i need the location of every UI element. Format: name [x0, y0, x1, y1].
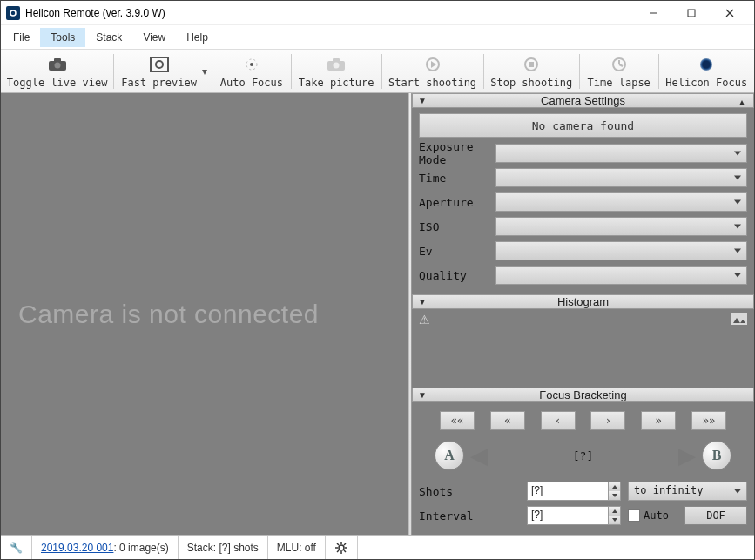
interval-label: Interval: [419, 509, 527, 523]
svg-rect-8: [151, 57, 168, 71]
histogram-header[interactable]: ▼ Histogram: [412, 294, 754, 309]
collapse-icon: ▼: [418, 96, 427, 105]
separator: [381, 54, 382, 89]
tools-status-icon[interactable]: 🔧: [1, 536, 32, 560]
separator: [579, 54, 580, 89]
auto-checkbox[interactable]: [628, 509, 640, 522]
collapse-icon: ▼: [418, 390, 427, 400]
shots-up[interactable]: [608, 482, 620, 491]
nav-far-left-button[interactable]: ««: [440, 411, 475, 430]
svg-point-10: [250, 63, 253, 66]
nav-far-right-button[interactable]: »»: [691, 411, 726, 430]
svg-point-9: [156, 61, 163, 68]
collapse-icon: ▼: [418, 297, 427, 307]
ev-label: Ev: [419, 245, 495, 258]
image-icon[interactable]: [731, 313, 747, 325]
start-shooting-label: Start shooting: [388, 77, 476, 89]
ev-combo[interactable]: [495, 241, 747, 260]
helicon-focus-icon: [696, 54, 717, 75]
nav-step-right-button[interactable]: ›: [590, 411, 625, 430]
focus-center-value: [?]: [573, 449, 593, 462]
quality-label: Quality: [419, 269, 495, 282]
helicon-focus-button[interactable]: Helicon Focus: [662, 51, 750, 92]
dof-button[interactable]: DOF: [684, 506, 747, 525]
toggle-live-view-button[interactable]: Toggle live view: [4, 51, 110, 92]
camera-light-icon: [326, 54, 347, 75]
menu-file[interactable]: File: [3, 28, 40, 47]
svg-point-22: [339, 545, 344, 550]
quality-combo[interactable]: [495, 266, 747, 285]
aperture-combo[interactable]: [495, 192, 747, 212]
fast-preview-dropdown[interactable]: ▾: [200, 65, 208, 78]
focus-bracketing-header[interactable]: ▼ Focus Bracketing: [412, 388, 754, 402]
panel-gap: [412, 376, 754, 388]
set-point-b-button[interactable]: B: [702, 441, 731, 470]
interval-spinner[interactable]: [?]: [527, 506, 621, 525]
svg-line-21: [619, 64, 623, 66]
helicon-focus-label: Helicon Focus: [665, 77, 747, 89]
minimize-button[interactable]: [634, 1, 672, 25]
svg-point-0: [10, 10, 16, 16]
gear-icon: [334, 541, 348, 555]
svg-line-30: [337, 550, 339, 552]
maximize-button[interactable]: [672, 1, 711, 25]
iso-combo[interactable]: [495, 217, 747, 236]
set-point-a-button[interactable]: A: [435, 441, 464, 470]
stack-cell: Stack: [?] shots: [179, 536, 268, 560]
nav-right-button[interactable]: »: [641, 411, 676, 430]
svg-line-29: [344, 543, 346, 545]
settings-gear[interactable]: [326, 536, 358, 560]
take-picture-label: Take picture: [299, 77, 374, 89]
time-combo[interactable]: [495, 168, 747, 187]
exposure-mode-combo[interactable]: [495, 144, 747, 163]
take-picture-button[interactable]: Take picture: [295, 51, 378, 92]
auto-focus-button[interactable]: Auto Focus: [216, 51, 287, 92]
gear-stop-icon: [521, 54, 542, 75]
shots-label: Shots: [419, 485, 527, 498]
gear-play-icon: [422, 54, 443, 75]
titlebar: Helicon Remote (ver. 3.9.0 W): [1, 1, 754, 25]
svg-line-27: [337, 543, 339, 545]
prev-arrow-icon[interactable]: ◀: [464, 441, 494, 470]
svg-marker-16: [431, 61, 436, 68]
iso-label: ISO: [419, 220, 495, 233]
auto-label: Auto: [644, 509, 669, 522]
nav-step-left-button[interactable]: ‹: [541, 411, 576, 430]
shots-down[interactable]: [608, 491, 620, 500]
camera-settings-header[interactable]: ▼ Camera Settings ▴: [412, 93, 754, 108]
menubar: File Tools Stack View Help: [1, 25, 754, 50]
svg-point-14: [334, 62, 340, 68]
toggle-live-view-label: Toggle live view: [7, 77, 108, 89]
fast-preview-button[interactable]: Fast preview: [118, 51, 200, 92]
nav-left-button[interactable]: «: [490, 411, 525, 430]
interval-up[interactable]: [608, 507, 620, 516]
window-title: Helicon Remote (ver. 3.9.0 W): [25, 7, 634, 19]
session-images: : 0 image(s): [113, 542, 168, 554]
start-shooting-button[interactable]: Start shooting: [385, 51, 479, 92]
next-arrow-icon[interactable]: ▶: [672, 441, 702, 470]
direction-combo[interactable]: to infinity: [628, 482, 747, 501]
histogram-body: ⚠: [412, 309, 754, 376]
svg-rect-6: [54, 58, 61, 62]
menu-view[interactable]: View: [132, 28, 176, 47]
menu-stack[interactable]: Stack: [85, 28, 132, 47]
shots-spinner[interactable]: [?]: [527, 482, 621, 501]
stop-shooting-button[interactable]: Stop shooting: [487, 51, 575, 92]
interval-down[interactable]: [608, 516, 620, 524]
warning-icon: ⚠: [419, 313, 430, 327]
camera-settings-title: Camera Settings: [413, 94, 753, 107]
expand-icon[interactable]: ▴: [739, 96, 750, 106]
no-camera-banner: No camera found: [419, 113, 747, 138]
interval-value: [?]: [531, 509, 543, 521]
time-lapse-button[interactable]: Time lapse: [583, 51, 655, 92]
close-button[interactable]: [711, 1, 749, 25]
svg-rect-18: [529, 62, 534, 67]
menu-tools[interactable]: Tools: [40, 28, 85, 47]
preview-icon: [149, 54, 170, 75]
session-link[interactable]: 2019.03.20 001: [41, 542, 113, 554]
focus-bracketing-body: «« « ‹ › » »» A ◀ [?] ▶ B Shots [?] to i…: [412, 402, 754, 535]
time-label: Time: [419, 172, 495, 185]
fast-preview-label: Fast preview: [121, 77, 197, 89]
focus-bracketing-title: Focus Bracketing: [413, 388, 753, 401]
menu-help[interactable]: Help: [176, 28, 219, 47]
